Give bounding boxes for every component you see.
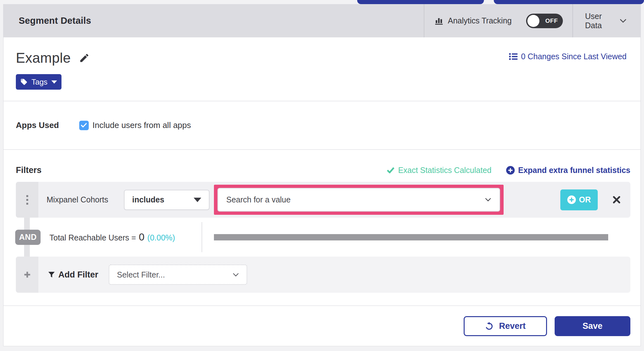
save-button-label: Save [583, 321, 602, 331]
add-filter-rail [16, 257, 38, 293]
operator-value: includes [132, 195, 164, 204]
add-filter-label-group: Add Filter [48, 270, 98, 280]
check-icon [387, 167, 395, 173]
save-button[interactable]: Save [555, 316, 630, 336]
revert-icon [485, 322, 494, 331]
add-filter-row: Add Filter Select Filter... [16, 257, 630, 293]
footer-actions: Revert Save [3, 306, 641, 346]
toggle-knob [527, 15, 539, 27]
value-search-placeholder: Search for a value [226, 195, 291, 204]
top-button-fragment-left[interactable] [357, 0, 484, 4]
add-or-condition-button[interactable]: OR [560, 189, 598, 210]
user-data-label: User Data [585, 12, 620, 30]
analytics-tracking-group: Analytics Tracking OFF [424, 4, 572, 37]
include-all-apps-label: Include users from all apps [93, 120, 191, 130]
changes-link-label: 0 Changes Since Last Viewed [521, 52, 627, 61]
user-data-dropdown[interactable]: User Data [572, 4, 641, 37]
filter-row: Mixpanel Cohorts includes Search for a v… [16, 182, 630, 218]
reachable-percent: (0.00%) [147, 233, 175, 242]
change-list-icon [509, 53, 518, 60]
annotation-highlight: Search for a value [214, 185, 504, 215]
chevron-down-icon [233, 273, 239, 277]
checkmark-icon [81, 123, 87, 128]
filter-name: Mixpanel Cohorts [47, 195, 124, 204]
tags-button-label: Tags [31, 78, 48, 86]
segment-details-header: Segment Details Analytics Tracking OFF U… [3, 4, 641, 37]
plus-icon [23, 271, 31, 279]
expand-funnel-statistics-link[interactable]: Expand extra funnel statistics [506, 166, 630, 175]
drag-dots-icon [26, 195, 28, 205]
or-button-label: OR [579, 195, 591, 204]
operator-select[interactable]: includes [124, 190, 209, 210]
page-title: Segment Details [19, 16, 91, 26]
exact-statistics-status: Exact Statistics Calculated [387, 166, 492, 175]
edit-pencil-icon[interactable] [79, 53, 90, 63]
analytics-tracking-label: Analytics Tracking [448, 16, 512, 25]
top-button-fragment-right[interactable] [494, 0, 644, 4]
chevron-down-icon [485, 198, 491, 202]
segment-name: Example [16, 50, 71, 66]
funnel-icon [48, 271, 55, 278]
filters-heading: Filters [16, 165, 42, 175]
and-badge: AND [15, 230, 41, 245]
reachable-users-progress-bar [214, 234, 608, 240]
select-filter-dropdown[interactable]: Select Filter... [109, 265, 247, 285]
segment-details-card: Segment Details Analytics Tracking OFF U… [3, 4, 641, 346]
plus-circle-icon [506, 166, 515, 175]
total-reachable-users-text: Total Reachable Users = 0 (0.00%) [49, 231, 175, 243]
drag-handle[interactable] [16, 182, 38, 218]
chevron-down-icon [620, 19, 627, 23]
reachable-users-row: AND Total Reachable Users = 0 (0.00%) [16, 218, 630, 257]
analytics-tracking-toggle[interactable]: OFF [526, 14, 563, 28]
filters-section: Filters Exact Statistics Calculated Expa… [3, 150, 641, 306]
select-filter-placeholder: Select Filter... [117, 270, 165, 279]
revert-button[interactable]: Revert [464, 316, 547, 336]
tags-button[interactable]: Tags [16, 74, 61, 90]
caret-down-icon [51, 80, 57, 84]
tag-icon [20, 78, 28, 86]
value-search-select[interactable]: Search for a value [217, 188, 500, 212]
reachable-label: Total Reachable Users = [49, 233, 136, 242]
title-section: Example 0 Changes Since Last Viewed Tags [3, 37, 641, 101]
include-all-apps-checkbox[interactable] [79, 121, 89, 130]
toggle-state-label: OFF [545, 17, 558, 24]
expand-funnel-statistics-label: Expand extra funnel statistics [518, 166, 630, 175]
changes-since-last-viewed-link[interactable]: 0 Changes Since Last Viewed [509, 52, 627, 61]
close-x-icon [612, 195, 621, 204]
remove-filter-button[interactable] [612, 195, 621, 204]
exact-statistics-label: Exact Statistics Calculated [398, 166, 492, 175]
add-filter-label: Add Filter [58, 270, 98, 280]
vertical-divider [202, 222, 202, 252]
apps-used-section: Apps Used Include users from all apps [3, 101, 641, 150]
revert-button-label: Revert [499, 321, 525, 331]
apps-used-label: Apps Used [16, 120, 59, 130]
plus-circle-icon [567, 195, 576, 204]
caret-down-icon [194, 198, 201, 202]
reachable-count: 0 [139, 231, 145, 243]
bar-chart-icon [435, 16, 443, 25]
